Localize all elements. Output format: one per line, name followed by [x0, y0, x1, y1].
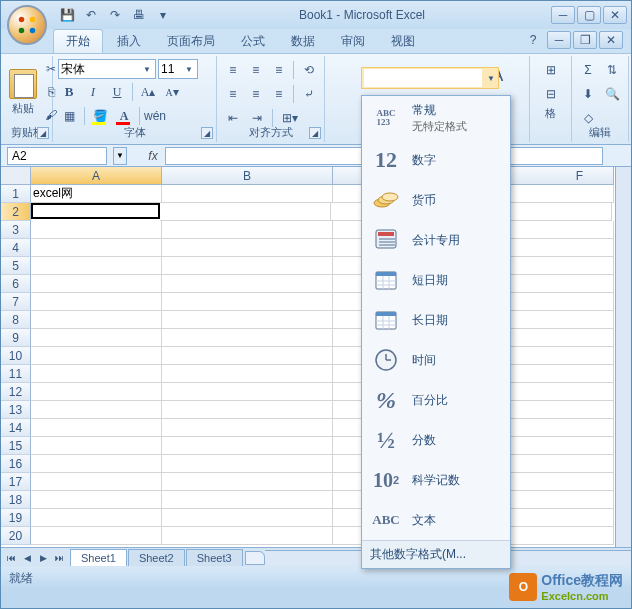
cell[interactable] — [162, 311, 333, 329]
next-sheet-icon[interactable]: ▶ — [35, 550, 51, 566]
number-format-combo[interactable]: ▼ — [361, 67, 499, 89]
format-text[interactable]: ABC 文本 — [362, 500, 510, 540]
cell[interactable] — [31, 329, 162, 347]
cell[interactable] — [31, 275, 162, 293]
format-scientific[interactable]: 102 科学记数 — [362, 460, 510, 500]
delete-cells-icon[interactable]: ⊟ — [535, 83, 567, 105]
cell[interactable] — [31, 527, 162, 545]
sheet-tab-1[interactable]: Sheet1 — [70, 549, 127, 566]
cell[interactable] — [31, 473, 162, 491]
cell[interactable] — [162, 365, 333, 383]
col-header-b[interactable]: B — [162, 167, 333, 185]
fill-icon[interactable]: ⬇ — [577, 83, 599, 105]
cell[interactable] — [546, 347, 614, 365]
cell[interactable] — [162, 509, 333, 527]
cell-a1[interactable]: excel网 — [31, 185, 162, 203]
row-header[interactable]: 3 — [1, 221, 31, 239]
cell[interactable] — [162, 383, 333, 401]
last-sheet-icon[interactable]: ⏭ — [51, 550, 67, 566]
cell[interactable] — [160, 203, 331, 221]
italic-button[interactable]: I — [82, 81, 104, 103]
row-header[interactable]: 17 — [1, 473, 31, 491]
cell[interactable] — [162, 347, 333, 365]
row-header[interactable]: 10 — [1, 347, 31, 365]
cell[interactable] — [546, 221, 614, 239]
cell[interactable] — [162, 185, 333, 203]
align-center-icon[interactable]: ≡ — [245, 83, 266, 105]
doc-close-button[interactable]: ✕ — [599, 31, 623, 49]
row-header[interactable]: 14 — [1, 419, 31, 437]
cell[interactable] — [546, 275, 614, 293]
cell[interactable] — [31, 437, 162, 455]
first-sheet-icon[interactable]: ⏮ — [3, 550, 19, 566]
select-all-corner[interactable] — [1, 167, 31, 185]
cell[interactable] — [544, 203, 612, 221]
format-currency[interactable]: 货币 — [362, 180, 510, 220]
cell[interactable] — [162, 527, 333, 545]
format-longdate[interactable]: 长日期 — [362, 300, 510, 340]
border-button[interactable]: ▦ — [58, 105, 80, 127]
font-name-combo[interactable]: 宋体▼ — [58, 59, 156, 79]
prev-sheet-icon[interactable]: ◀ — [19, 550, 35, 566]
cell-a2-selected[interactable] — [31, 203, 160, 219]
row-header[interactable]: 2 — [1, 203, 31, 221]
grow-font-button[interactable]: A▴ — [137, 81, 159, 103]
row-header[interactable]: 16 — [1, 455, 31, 473]
row-header[interactable]: 13 — [1, 401, 31, 419]
cell[interactable] — [162, 437, 333, 455]
cell[interactable] — [162, 473, 333, 491]
name-box-arrow[interactable]: ▼ — [113, 147, 127, 165]
insert-cells-icon[interactable]: ⊞ — [535, 59, 567, 81]
tab-review[interactable]: 审阅 — [329, 30, 377, 53]
underline-button[interactable]: U — [106, 81, 128, 103]
align-right-icon[interactable]: ≡ — [268, 83, 289, 105]
bold-button[interactable]: B — [58, 81, 80, 103]
office-button[interactable] — [7, 5, 47, 45]
redo-icon[interactable]: ↷ — [105, 5, 125, 25]
cell[interactable] — [31, 293, 162, 311]
cell[interactable] — [546, 239, 614, 257]
tab-home[interactable]: 开始 — [53, 29, 103, 53]
clipboard-dialog-icon[interactable]: ◢ — [37, 127, 49, 139]
cell[interactable] — [162, 401, 333, 419]
font-dialog-icon[interactable]: ◢ — [201, 127, 213, 139]
cell[interactable] — [546, 329, 614, 347]
cell[interactable] — [546, 527, 614, 545]
cell[interactable] — [31, 419, 162, 437]
tab-layout[interactable]: 页面布局 — [155, 30, 227, 53]
cell[interactable] — [546, 383, 614, 401]
row-header[interactable]: 1 — [1, 185, 31, 203]
format-time[interactable]: 时间 — [362, 340, 510, 380]
row-header[interactable]: 15 — [1, 437, 31, 455]
cell[interactable] — [31, 239, 162, 257]
format-general[interactable]: ABC123 常规 无特定格式 — [362, 96, 510, 140]
row-header[interactable]: 19 — [1, 509, 31, 527]
vertical-scrollbar[interactable] — [615, 167, 631, 547]
row-header[interactable]: 5 — [1, 257, 31, 275]
qat-customize-icon[interactable]: ▾ — [153, 5, 173, 25]
find-icon[interactable]: 🔍 — [601, 83, 623, 105]
sort-filter-icon[interactable]: ⇅ — [601, 59, 623, 81]
cell[interactable] — [31, 257, 162, 275]
row-header[interactable]: 9 — [1, 329, 31, 347]
cell[interactable] — [546, 257, 614, 275]
fx-button[interactable]: fx — [141, 147, 165, 165]
format-number[interactable]: 12 数字 — [362, 140, 510, 180]
cell[interactable] — [546, 455, 614, 473]
align-top-icon[interactable]: ≡ — [222, 59, 243, 81]
col-header-a[interactable]: A — [31, 167, 162, 185]
shrink-font-button[interactable]: A▾ — [161, 81, 183, 103]
cell[interactable] — [546, 437, 614, 455]
cell[interactable] — [546, 419, 614, 437]
cell[interactable] — [162, 455, 333, 473]
cell[interactable] — [162, 491, 333, 509]
maximize-button[interactable]: ▢ — [577, 6, 601, 24]
cell[interactable] — [31, 401, 162, 419]
new-sheet-button[interactable] — [245, 551, 265, 565]
wrap-text-icon[interactable]: ⤶ — [298, 83, 319, 105]
font-size-combo[interactable]: 11▼ — [158, 59, 198, 79]
format-fraction[interactable]: ½ 分数 — [362, 420, 510, 460]
cell[interactable] — [546, 311, 614, 329]
print-icon[interactable]: 🖶 — [129, 5, 149, 25]
cell[interactable] — [546, 293, 614, 311]
